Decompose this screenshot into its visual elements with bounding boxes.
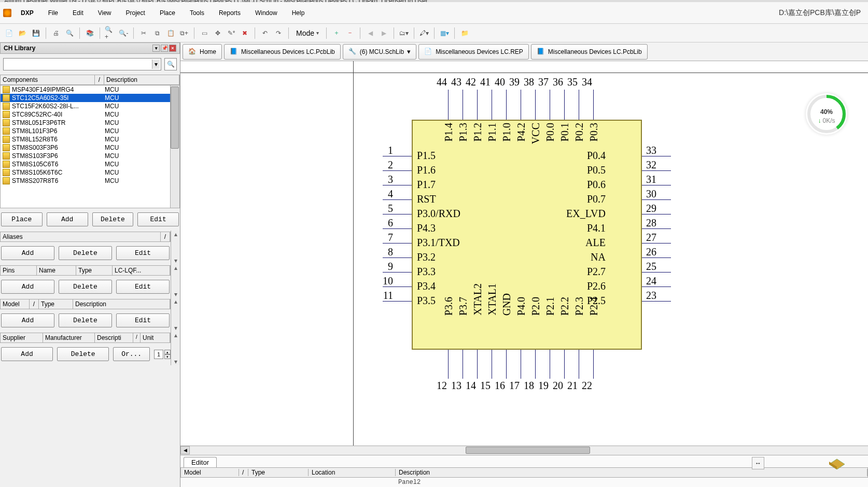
- model-add-button[interactable]: Add: [1, 313, 54, 327]
- copy-icon[interactable]: ⧉: [151, 27, 163, 39]
- pin[interactable]: [492, 350, 492, 379]
- tab-rep[interactable]: 📄Miscellaneous Devices LC.REP: [418, 44, 529, 60]
- col-model-sort[interactable]: /: [30, 299, 39, 309]
- mode-dropdown[interactable]: Mode: [293, 28, 322, 38]
- tab-pcblib-2[interactable]: 📘Miscellaneous Devices LC.PcbLib: [531, 44, 648, 60]
- zoom-in-icon[interactable]: 🔍+: [104, 27, 116, 39]
- pin[interactable]: [564, 350, 565, 379]
- gc-model[interactable]: Model: [181, 469, 239, 476]
- col-supplier-desc[interactable]: Descripti: [95, 333, 133, 342]
- filter-search-icon[interactable]: 🔍: [164, 58, 177, 70]
- scroll-thumb[interactable]: [466, 447, 590, 454]
- nav-back-icon[interactable]: ◀: [365, 27, 376, 39]
- pin[interactable]: [550, 90, 550, 120]
- list-item[interactable]: STM8S103F3P6MCU: [1, 152, 179, 160]
- edit-node-icon[interactable]: ✎*: [226, 27, 237, 39]
- pin[interactable]: [448, 90, 449, 120]
- pin[interactable]: [463, 90, 463, 120]
- list-item[interactable]: STM8S003F3P6MCU: [1, 144, 179, 152]
- model-edit-button[interactable]: Edit: [116, 313, 170, 327]
- col-components[interactable]: Components: [1, 75, 95, 84]
- nav-fwd-icon[interactable]: ▶: [378, 27, 389, 39]
- highlight-icon[interactable]: 🖍▾: [418, 27, 430, 39]
- duplicate-icon[interactable]: ⧉+: [178, 27, 190, 39]
- arrange-icon[interactable]: 🗂▾: [398, 27, 410, 39]
- qty-down-icon[interactable]: ▾: [164, 354, 171, 359]
- tab-schlib[interactable]: 🔧(6) MCU.SchLib ▾: [343, 44, 416, 60]
- menu-place[interactable]: Place: [152, 7, 183, 19]
- component-symbol[interactable]: 1P1.52P1.63P1.74RST5P3.0/RXD6P4.37P3.1/T…: [383, 90, 642, 349]
- new-icon[interactable]: 📄: [3, 27, 15, 39]
- pin[interactable]: [506, 90, 507, 120]
- qty-up-icon[interactable]: ▴: [164, 350, 171, 354]
- pin[interactable]: [593, 350, 594, 379]
- pin[interactable]: [521, 90, 521, 120]
- components-list[interactable]: MSP430F149IPMRG4MCUSTC12C5A60S2-35IMCUST…: [0, 85, 180, 208]
- schematic-canvas[interactable]: 1P1.52P1.63P1.74RST5P3.0/RXD6P4.37P3.1/T…: [180, 61, 868, 446]
- paste-icon[interactable]: 📋: [165, 27, 176, 39]
- gc-description[interactable]: Description: [396, 469, 867, 476]
- open-icon[interactable]: 📂: [17, 27, 28, 39]
- list-item[interactable]: STM8L101F3P6MCU: [1, 127, 179, 135]
- supplier-order-button[interactable]: Or...: [113, 347, 150, 361]
- folder-icon[interactable]: 📁: [459, 27, 470, 39]
- list-item[interactable]: STC12C5A60S2-35IMCU: [1, 94, 179, 102]
- minus-icon[interactable]: －: [344, 27, 356, 39]
- col-model-type[interactable]: Type: [39, 299, 73, 309]
- menu-window[interactable]: Window: [248, 7, 285, 19]
- tab-editor[interactable]: Editor: [184, 457, 217, 467]
- col-description[interactable]: Description: [104, 75, 179, 84]
- pin[interactable]: [535, 350, 536, 379]
- col-pins[interactable]: Pins: [1, 266, 37, 275]
- supplier-add-button[interactable]: Add: [1, 347, 53, 361]
- components-scrollbar[interactable]: [170, 85, 179, 208]
- model-delete-button[interactable]: Delete: [59, 313, 112, 327]
- save-icon[interactable]: 💾: [30, 27, 41, 39]
- pin[interactable]: [579, 350, 579, 379]
- list-item[interactable]: STM8S105K6T6CMCU: [1, 168, 179, 177]
- panel-dropdown-icon[interactable]: ▾: [152, 45, 160, 52]
- move-icon[interactable]: ✥: [212, 27, 223, 39]
- gc-type[interactable]: Type: [248, 469, 309, 476]
- aliases-edit-button[interactable]: Edit: [116, 246, 170, 260]
- delete-icon[interactable]: ✖: [239, 27, 250, 39]
- gc-location[interactable]: Location: [309, 469, 396, 476]
- pin[interactable]: [448, 350, 449, 379]
- flip-icon[interactable]: ↔: [752, 457, 764, 469]
- supplier-delete-button[interactable]: Delete: [57, 347, 109, 361]
- pin[interactable]: [463, 350, 463, 379]
- col-model-desc[interactable]: Description: [73, 299, 170, 309]
- menu-file[interactable]: File: [41, 7, 65, 19]
- quantity-input[interactable]: [154, 350, 163, 359]
- quantity-stepper[interactable]: ▴▾: [154, 350, 170, 359]
- select-icon[interactable]: ▭: [199, 27, 210, 39]
- pin[interactable]: [492, 90, 492, 120]
- print-icon[interactable]: 🖨: [50, 27, 62, 39]
- menu-view[interactable]: View: [91, 7, 119, 19]
- filter-combo[interactable]: [3, 58, 161, 70]
- delete-button[interactable]: Delete: [92, 212, 134, 226]
- menu-dxp[interactable]: DXP: [13, 7, 41, 19]
- library-icon[interactable]: 📚: [84, 27, 95, 39]
- menu-project[interactable]: Project: [119, 7, 152, 19]
- pin[interactable]: [477, 350, 478, 379]
- horizontal-scrollbar[interactable]: ◀: [180, 446, 868, 455]
- tab-pcblib-1[interactable]: 📘Miscellaneous Devices LC.PcbLib: [224, 44, 341, 60]
- tab-home[interactable]: 🏠Home: [183, 44, 222, 60]
- pin[interactable]: [477, 90, 478, 120]
- col-model[interactable]: Model: [1, 299, 30, 309]
- panel-pin-icon[interactable]: 📌: [161, 45, 168, 52]
- menu-edit[interactable]: Edit: [65, 7, 91, 19]
- pins-edit-button[interactable]: Edit: [116, 280, 170, 294]
- list-item[interactable]: STM8L051F3P6TRMCU: [1, 119, 179, 127]
- redo-icon[interactable]: ↷: [273, 27, 284, 39]
- col-pins-pkg[interactable]: LC-LQF...: [113, 266, 170, 275]
- list-item[interactable]: STC15F2K60S2-28I-L...MCU: [1, 102, 179, 110]
- pins-delete-button[interactable]: Delete: [59, 280, 112, 294]
- aliases-delete-button[interactable]: Delete: [59, 246, 112, 260]
- aliases-add-button[interactable]: Add: [1, 246, 54, 260]
- col-supplier-sort[interactable]: /: [133, 333, 141, 342]
- pin[interactable]: [521, 350, 521, 379]
- col-supplier[interactable]: Supplier: [1, 333, 43, 342]
- add-button[interactable]: Add: [47, 212, 88, 226]
